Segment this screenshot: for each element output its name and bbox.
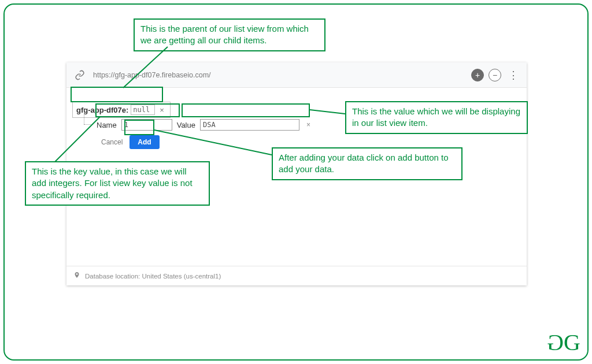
header-actions: + − ⋮ xyxy=(471,69,521,81)
annotation-key: This is the key value, in this case we w… xyxy=(25,161,210,206)
link-icon xyxy=(72,68,87,83)
annotation-value: This is the value which we will be displ… xyxy=(345,101,528,134)
gfg-logo: G G xyxy=(549,329,578,356)
name-label: Name xyxy=(97,121,117,129)
panel-header: https://gfg-app-df07e.firebaseio.com/ + … xyxy=(66,62,527,88)
remove-node-button[interactable]: − xyxy=(489,69,501,81)
panel-footer: Database location: United States (us-cen… xyxy=(66,266,527,285)
highlight-name-field xyxy=(95,103,180,117)
row-close-icon[interactable]: × xyxy=(304,121,313,129)
cancel-button[interactable]: Cancel xyxy=(101,138,123,146)
tree-connector xyxy=(82,120,92,130)
database-url: https://gfg-app-df07e.firebaseio.com/ xyxy=(93,71,471,79)
annotation-parent: This is the parent of our list view from… xyxy=(134,18,325,51)
highlight-value-field xyxy=(182,103,310,117)
action-row: Cancel Add xyxy=(101,135,160,149)
highlight-add-button xyxy=(124,120,154,135)
add-button[interactable]: Add xyxy=(130,135,159,149)
value-input[interactable] xyxy=(200,119,299,131)
more-menu-icon[interactable]: ⋮ xyxy=(506,69,521,81)
location-pin-icon xyxy=(73,272,80,280)
value-label: Value xyxy=(177,121,195,129)
add-node-button[interactable]: + xyxy=(471,69,484,81)
logo-g-right: G xyxy=(564,329,578,356)
annotation-add: After adding your data click on add butt… xyxy=(272,147,462,180)
key-value-row: Name Value × xyxy=(82,119,313,131)
highlight-root-node xyxy=(71,87,163,102)
database-location: Database location: United States (us-cen… xyxy=(85,273,221,280)
logo-g-left: G xyxy=(549,329,564,356)
